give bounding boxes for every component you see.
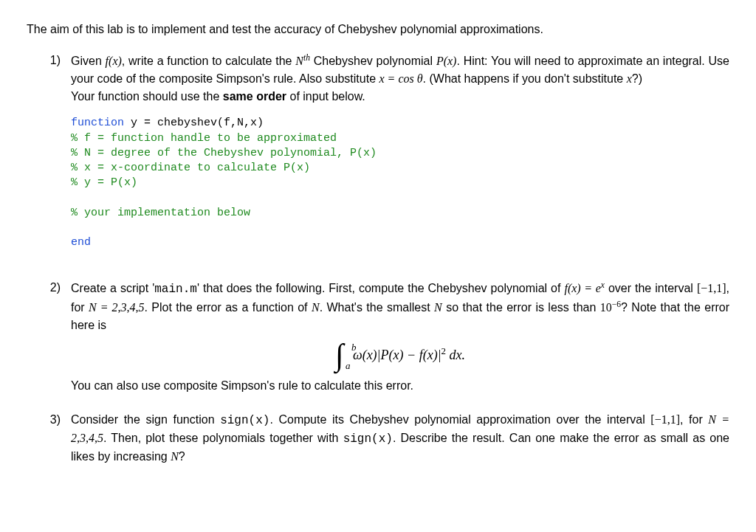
code-inline: sign(x) [220,414,269,427]
paragraph: You can also use composite Simpson's rul… [71,377,729,395]
item-body: Given f(x), write a function to calculat… [71,52,729,263]
text: Your function should use the [71,90,223,103]
integral-upper: b [351,340,357,355]
math-inline: N [434,301,442,314]
bold-text: same order [223,90,286,103]
code-keyword: function [71,117,124,129]
code-inline: main.m [154,283,197,296]
integral-lower: a [346,359,351,373]
superscript: th [303,53,310,62]
list-item-3: 3) Consider the sign function sign(x). C… [27,411,729,466]
math-inline: [−1,1] [697,282,726,294]
text: . (What happens if you don't substitute [423,72,627,85]
text: , write a function to calculate the [122,55,295,67]
text: . Compute its Chebyshev polynomial appro… [269,413,650,426]
code-comment: % N = degree of the Chebyshev polynomial… [71,147,377,159]
equation-body: ω(x)|P(x) − f(x)| [353,348,441,362]
equation-dx: dx. [446,348,465,362]
math-inline: P(x) [436,55,457,67]
item-body: Consider the sign function sign(x). Comp… [71,411,729,466]
paragraph: Consider the sign function sign(x). Comp… [71,411,729,466]
text: Chebyshev polynomial [310,55,436,67]
paragraph: Given f(x), write a function to calculat… [71,52,729,88]
math-inline: N [171,450,179,463]
text: ? [179,450,185,463]
list-item-2: 2) Create a script 'main.m' that does th… [27,279,729,395]
item-number: 2) [27,279,71,395]
text: N [295,55,303,67]
math-inline: 10−6 [600,301,621,314]
code-comment: % your implementation below [71,207,250,219]
code-block: function y = chebyshev(f,N,x) % f = func… [71,116,729,250]
paragraph: Create a script 'main.m' that does the f… [71,279,729,335]
text: over the interval [605,282,697,294]
math-inline: [−1,1] [650,413,680,426]
math-inline: Nth [295,55,310,67]
intro-paragraph: The aim of this lab is to implement and … [27,21,729,38]
item-number: 1) [27,52,71,263]
item-body: Create a script 'main.m' that does the f… [71,279,729,395]
code-inline: sign(x) [343,432,393,446]
math-inline: N [312,301,320,314]
text: . Plot the error as a function of [145,301,312,314]
text: of input below. [286,90,365,103]
superscript: −6 [612,300,621,308]
code-text: y = chebyshev(f,N,x) [124,117,264,129]
math-inline: f(x) = ex [564,282,604,294]
math-inline: N = 2,3,4,5 [89,301,144,314]
text: Create a script ' [71,282,154,294]
text: 10 [600,301,612,314]
code-comment: % x = x-coordinate to calculate P(x) [71,162,310,174]
code-comment: % y = P(x) [71,176,137,189]
text: ?) [632,72,642,85]
list-item-1: 1) Given f(x), write a function to calcu… [27,52,729,263]
text: , for [680,413,708,426]
text: . What's the smallest [320,301,434,314]
text: so that the error is less than [442,301,600,314]
item-number: 3) [27,411,71,466]
text: Given [71,55,106,67]
math-inline: x [627,72,632,85]
integral-symbol: ∫ a b [335,342,344,371]
code-comment: % f = function handle to be approximated [71,132,337,145]
math-inline: x = cos θ [379,72,423,85]
code-keyword: end [71,236,91,249]
math-inline: f(x) [106,55,122,67]
text: f(x) = e [564,282,600,294]
paragraph: Your function should use the same order … [71,88,729,106]
text: ' that does the following. First, comput… [197,282,565,294]
text: . Then, plot these polynomials together … [103,432,343,444]
equation-display: ∫ a b ω(x)|P(x) − f(x)|2 dx. [71,342,729,371]
text: Consider the sign function [71,413,220,426]
